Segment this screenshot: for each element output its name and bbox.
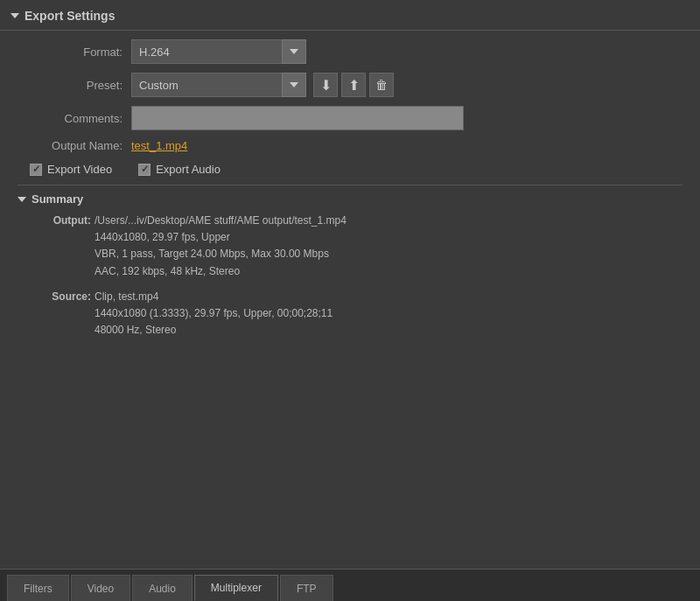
panel-title: Export Settings <box>24 9 115 23</box>
tab-filters[interactable]: Filters <box>7 575 69 601</box>
source-label: Source: <box>38 289 91 339</box>
export-audio-checkbox-label[interactable]: Export Audio <box>138 163 220 176</box>
source-line2: 1440x1080 (1.3333), 29.97 fps, Upper, 00… <box>94 305 332 322</box>
comments-row: Comments: <box>18 106 682 130</box>
output-name-link[interactable]: test_1.mp4 <box>131 139 187 152</box>
tab-audio[interactable]: Audio <box>132 575 192 601</box>
tab-video[interactable]: Video <box>71 575 130 601</box>
preset-dropdown-wrapper: Custom <box>131 73 306 97</box>
main-panel: Export Settings Format: H.264 Preset: Cu <box>0 0 700 601</box>
summary-output-item: Output: /Users/...iv/Desktop/AME stuff/A… <box>38 213 682 280</box>
summary-content: Output: /Users/...iv/Desktop/AME stuff/A… <box>18 213 682 339</box>
source-line3: 48000 Hz, Stereo <box>94 322 332 339</box>
format-dropdown-wrapper: H.264 <box>131 39 306 64</box>
output-name-row: Output Name: test_1.mp4 <box>18 139 682 152</box>
collapse-icon[interactable] <box>10 13 19 18</box>
output-line1: /Users/...iv/Desktop/AME stuff/AME outpu… <box>94 213 346 229</box>
save-icon: ⬇ <box>320 77 332 94</box>
summary-collapse-icon[interactable] <box>18 197 26 202</box>
checkbox-row: Export Video Export Audio <box>30 163 682 176</box>
save-preset-button[interactable]: ⬇ <box>313 73 338 97</box>
format-label: Format: <box>18 45 122 59</box>
preset-label: Preset: <box>18 79 122 92</box>
delete-icon: 🗑 <box>375 78 388 92</box>
import-icon: ⬆ <box>348 77 360 94</box>
tab-ftp[interactable]: FTP <box>280 575 333 601</box>
preset-select[interactable]: Custom <box>131 73 306 97</box>
format-row: Format: H.264 <box>18 39 682 64</box>
summary-section: Summary Output: /Users/...iv/Desktop/AME… <box>18 185 682 339</box>
source-values: Clip, test.mp4 1440x1080 (1.3333), 29.97… <box>94 289 332 339</box>
comments-label: Comments: <box>18 112 122 125</box>
export-audio-label: Export Audio <box>156 163 220 176</box>
delete-preset-button[interactable]: 🗑 <box>369 73 394 97</box>
output-label: Output: <box>38 213 91 280</box>
output-name-label: Output Name: <box>18 139 122 152</box>
tabs-bar: Filters Video Audio Multiplexer FTP <box>0 569 700 601</box>
preset-row: Preset: Custom ⬇ ⬆ 🗑 <box>18 73 682 97</box>
export-video-checkbox[interactable] <box>30 164 42 176</box>
output-values: /Users/...iv/Desktop/AME stuff/AME outpu… <box>94 213 346 280</box>
summary-source-item: Source: Clip, test.mp4 1440x1080 (1.3333… <box>38 289 682 339</box>
preset-icons: ⬇ ⬆ 🗑 <box>313 73 394 97</box>
panel-wrapper: Format: H.264 Preset: Custom <box>0 31 700 601</box>
tab-multiplexer[interactable]: Multiplexer <box>194 575 278 601</box>
export-audio-checkbox[interactable] <box>138 164 150 176</box>
source-line1: Clip, test.mp4 <box>94 289 332 305</box>
output-line4: AAC, 192 kbps, 48 kHz, Stereo <box>94 263 346 280</box>
export-video-checkbox-label[interactable]: Export Video <box>30 163 112 176</box>
import-preset-button[interactable]: ⬆ <box>341 73 366 97</box>
export-settings-header: Export Settings <box>0 0 700 31</box>
settings-body: Format: H.264 Preset: Custom <box>0 31 700 569</box>
comments-input[interactable] <box>131 106 464 130</box>
export-video-label: Export Video <box>47 163 112 176</box>
output-line2: 1440x1080, 29.97 fps, Upper <box>94 229 346 246</box>
summary-title: Summary <box>32 192 83 206</box>
format-select[interactable]: H.264 <box>131 39 306 64</box>
output-line3: VBR, 1 pass, Target 24.00 Mbps, Max 30.0… <box>94 246 346 262</box>
summary-header: Summary <box>19 192 682 206</box>
